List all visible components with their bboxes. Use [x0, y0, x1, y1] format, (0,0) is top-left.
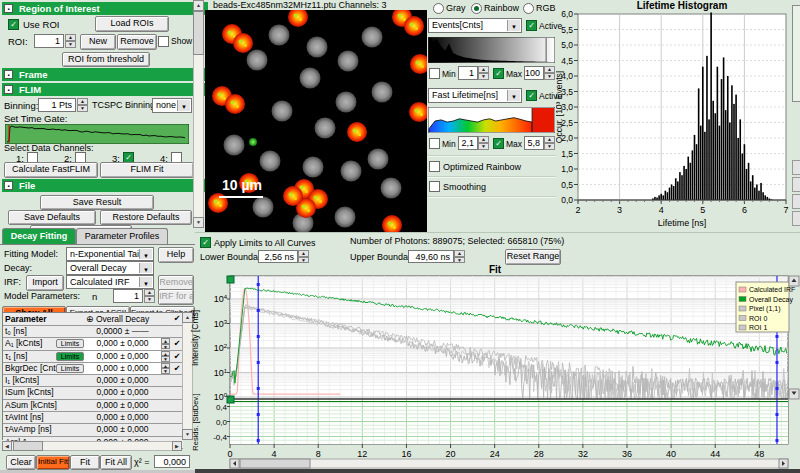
limits-button[interactable]: Limits [56, 352, 84, 361]
clipped-button[interactable] [792, 211, 800, 226]
fit-button[interactable]: Fit [70, 455, 100, 470]
intensity-min-checkbox[interactable] [429, 68, 440, 79]
flim-image[interactable]: 10 µm [205, 10, 427, 232]
scrollbar-thumb[interactable] [13, 441, 43, 451]
lifetime-max-input[interactable]: 5,8 [524, 136, 544, 150]
scroll-up-icon[interactable]: ▲ [193, 0, 204, 11]
tab-decay-fitting[interactable]: Decay Fitting [2, 228, 76, 245]
smoothing-checkbox[interactable] [429, 181, 440, 192]
table-row[interactable]: ASum [kCnts]0,000 ± 0,000 [3, 400, 183, 412]
tcspc-binning-select[interactable]: none [152, 98, 192, 113]
binning-stepper[interactable] [77, 98, 88, 112]
value-col-header[interactable]: Overall Decay [84, 313, 163, 325]
n-input[interactable]: 1 [113, 289, 143, 303]
clear-button[interactable]: Clear [6, 455, 36, 470]
fit-all-button[interactable]: Fit All [100, 455, 132, 470]
roi-from-threshold-button[interactable]: ROI from threshold [62, 52, 150, 67]
roi-number-input[interactable]: 1 [34, 34, 64, 48]
upper-boundary-input[interactable]: 49,60 ns [408, 250, 454, 263]
scroll-left-icon[interactable]: ◀ [2, 441, 12, 451]
irf-import-button[interactable]: Import [26, 275, 64, 291]
lifetime-min-stepper[interactable] [478, 136, 489, 150]
intensity-channel-select[interactable]: Events[Cnts] [428, 18, 522, 33]
dropdown-arrow-icon[interactable] [139, 263, 152, 273]
dropdown-arrow-icon[interactable] [507, 90, 520, 101]
time-gate-chart[interactable] [5, 124, 189, 144]
lifetime-max-stepper[interactable] [544, 136, 555, 150]
intensity-max-input[interactable]: 100 [524, 66, 544, 80]
lifetime-histogram[interactable]: 2345670,00,51,01,52,02,53,03,54,04,55,05… [556, 0, 790, 232]
lower-boundary-stepper[interactable] [298, 250, 309, 263]
table-row[interactable]: A₁ [kCnts]Limits0,000 ± 0,000✔ [3, 338, 183, 350]
lifetime-max-checkbox[interactable] [493, 138, 504, 149]
param-value[interactable]: 0,000 ± 0,000 [84, 338, 162, 349]
n-stepper[interactable] [144, 289, 155, 303]
irf-select[interactable]: Calculated IRF [66, 275, 154, 289]
restore-defaults-button[interactable]: Restore Defaults [100, 210, 192, 225]
clipped-button[interactable] [792, 160, 800, 175]
remove-roi-button[interactable]: Remove [117, 34, 157, 50]
intensity-max-checkbox[interactable] [493, 68, 504, 79]
table-row[interactable]: BkgrDec [Cnts]Limits0,000 ± 0,000✔ [3, 363, 183, 375]
table-row[interactable]: τAvAmp [ns]0,000 ± 0,000 [3, 424, 183, 436]
mode-radio-rgb[interactable] [523, 3, 534, 14]
flim-section-header[interactable]: FLIM [2, 83, 208, 96]
mode-radio-gray[interactable] [433, 3, 444, 14]
dropdown-arrow-icon[interactable] [139, 249, 152, 259]
dropdown-arrow-icon[interactable] [177, 100, 190, 111]
collapse-icon[interactable] [4, 181, 13, 190]
param-value[interactable]: 0,000 ± 0,000 [84, 363, 162, 374]
lifetime-min-checkbox[interactable] [429, 138, 440, 149]
collapse-icon[interactable] [4, 4, 13, 13]
file-section-header[interactable]: File [2, 179, 208, 192]
dropdown-arrow-icon[interactable] [507, 20, 520, 31]
lifetime-active-checkbox[interactable] [526, 90, 537, 101]
fitting-model-select[interactable]: n-Exponential Tailfit [66, 247, 154, 261]
save-defaults-button[interactable]: Save Defaults [8, 210, 96, 225]
frame-section-header[interactable]: Frame [2, 68, 208, 81]
binning-input[interactable]: 1 Pts [38, 98, 76, 112]
reset-range-button[interactable]: Reset Range [505, 249, 561, 265]
lifetime-min-input[interactable]: 2,1 [458, 136, 478, 150]
intensity-max-stepper[interactable] [544, 66, 555, 80]
roi-number-stepper[interactable] [65, 34, 76, 48]
flim-fit-button[interactable]: FLIM Fit [100, 162, 194, 178]
help-button[interactable]: Help [158, 247, 194, 263]
clipped-button[interactable] [792, 177, 800, 192]
limits-button[interactable]: Limits [56, 364, 84, 373]
value-stepper[interactable] [161, 363, 170, 374]
apply-limits-checkbox[interactable] [200, 237, 211, 248]
scrollbar-thumb[interactable] [193, 11, 204, 55]
save-result-button[interactable]: Save Result [40, 195, 154, 210]
lifetime-gradient-strip[interactable] [428, 107, 555, 133]
intensity-min-stepper[interactable] [478, 66, 489, 80]
irf-for-all-button[interactable]: IRF for all [158, 289, 194, 305]
collapse-icon[interactable] [4, 85, 13, 94]
calculate-fastflim-button[interactable]: Calculate FastFLIM [4, 162, 98, 178]
lifetime-channel-select[interactable]: Fast Lifetime[ns] [428, 88, 522, 103]
lower-boundary-input[interactable]: 2,56 ns [258, 250, 298, 263]
use-roi-checkbox[interactable] [8, 19, 19, 30]
fit-plot[interactable]: Calculated IRFOverall DecayPixel (1,1)RO… [190, 274, 800, 473]
value-stepper[interactable] [161, 351, 170, 362]
limits-button[interactable]: Limits [56, 339, 84, 348]
intensity-min-input[interactable]: 1 [458, 66, 478, 80]
intensity-active-checkbox[interactable] [526, 20, 537, 31]
show-all-checkbox[interactable] [158, 36, 169, 47]
table-row[interactable]: I₁ [kCnts]0,000 ± 0,000 [3, 375, 183, 387]
scroll-down-icon[interactable]: ▼ [193, 217, 204, 228]
table-row[interactable]: τ₁ [ns]Limits0,000 ± 0,000✔ [3, 351, 183, 363]
value-stepper[interactable] [161, 338, 170, 349]
mode-radio-rainbow[interactable] [471, 3, 482, 14]
table-row[interactable]: ISum [kCnts]0,000 ± 0,000 [3, 387, 183, 399]
roi-section-header[interactable]: Region of Interest [2, 2, 208, 15]
upper-boundary-stepper[interactable] [454, 250, 465, 263]
intensity-gradient-strip[interactable] [428, 37, 555, 63]
clipped-button[interactable] [792, 194, 800, 209]
initial-fit-button[interactable]: Initial Fit [36, 455, 70, 470]
param-value[interactable]: 0,000 ± 0,000 [84, 351, 162, 362]
scroll-right-icon[interactable]: ▶ [172, 441, 182, 451]
optimized-rainbow-checkbox[interactable] [429, 161, 440, 172]
collapse-icon[interactable] [4, 70, 13, 79]
load-rois-button[interactable]: Load ROIs [95, 16, 169, 32]
